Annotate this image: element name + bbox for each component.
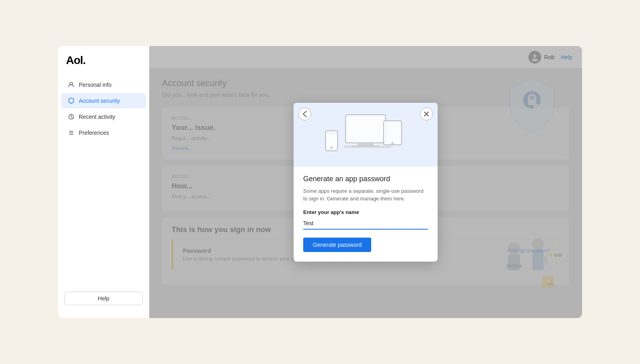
modal-back-button[interactable] xyxy=(298,108,311,120)
svg-rect-26 xyxy=(358,143,374,146)
modal-title: Generate an app password xyxy=(303,175,428,183)
svg-rect-25 xyxy=(346,115,386,143)
svg-point-29 xyxy=(391,142,394,144)
modal-description: Some apps require a separate, single-use… xyxy=(303,187,428,203)
devices-svg xyxy=(322,109,410,161)
main-content: Rob Help Account security Did you... loo… xyxy=(149,46,582,318)
sidebar-item-preferences[interactable]: Preferences xyxy=(61,125,146,140)
sidebar-item-account-security[interactable]: Account security xyxy=(61,93,146,108)
modal-close-button[interactable] xyxy=(420,108,433,120)
svg-rect-28 xyxy=(384,121,402,145)
sidebar-item-recent-activity[interactable]: Recent activity xyxy=(61,109,146,124)
modal-illustration xyxy=(294,103,438,167)
person-icon xyxy=(68,81,75,88)
sidebar-label-personal-info: Personal info xyxy=(79,82,112,88)
modal-body: Generate an app password Some apps requi… xyxy=(294,167,438,262)
sidebar-label-preferences: Preferences xyxy=(79,130,109,136)
clock-icon xyxy=(68,113,75,120)
help-button[interactable]: Help xyxy=(64,292,143,305)
sidebar: Aol. Personal info Account security xyxy=(58,46,149,318)
list-icon xyxy=(68,129,75,136)
modal: Generate an app password Some apps requi… xyxy=(294,103,438,262)
app-container: Aol. Personal info Account security xyxy=(58,46,582,318)
sidebar-label-recent-activity: Recent activity xyxy=(79,114,115,120)
modal-overlay: Generate an app password Some apps requi… xyxy=(149,46,582,318)
sidebar-item-personal-info[interactable]: Personal info xyxy=(61,77,146,92)
app-name-input[interactable] xyxy=(303,218,428,230)
generate-password-button[interactable]: Generate password xyxy=(303,238,371,252)
app-logo: Aol. xyxy=(58,46,149,73)
input-label: Enter your app's name xyxy=(303,209,428,215)
shield-icon xyxy=(68,97,75,104)
svg-rect-0 xyxy=(70,82,73,85)
svg-rect-33 xyxy=(344,146,392,148)
sidebar-label-account-security: Account security xyxy=(79,98,120,104)
sidebar-help-section: Help xyxy=(58,285,149,312)
svg-point-32 xyxy=(330,146,333,149)
sidebar-nav: Personal info Account security Rece xyxy=(58,73,149,285)
